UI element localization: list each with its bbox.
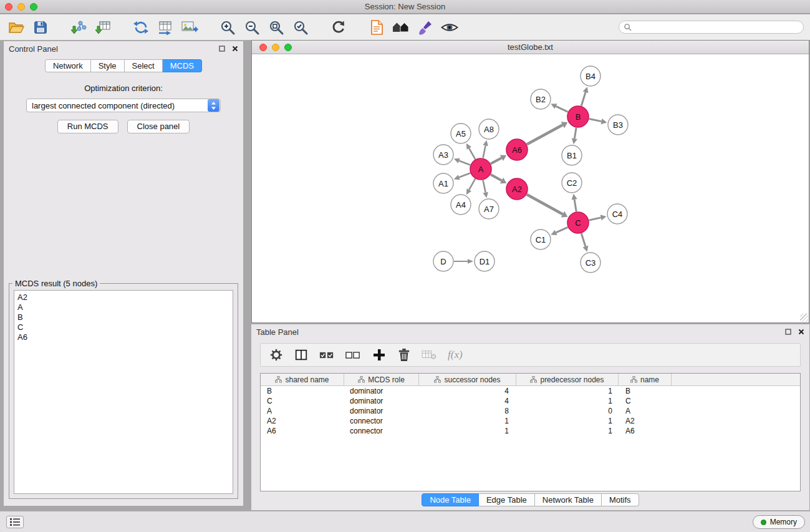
table-row[interactable]: A2connector11A2 — [261, 416, 800, 426]
table-row[interactable]: A6connector11A6 — [261, 426, 800, 436]
mcds-result-item[interactable]: A2 — [17, 293, 229, 302]
export-table-button[interactable] — [155, 17, 175, 38]
network-node[interactable]: B3 — [608, 115, 628, 135]
minimize-window-button[interactable] — [17, 3, 25, 11]
task-history-button[interactable] — [6, 516, 24, 528]
network-node[interactable]: B — [567, 106, 589, 127]
tab-motifs[interactable]: Motifs — [602, 493, 639, 506]
network-window-titlebar[interactable]: testGlobe.txt — [252, 41, 809, 54]
network-node[interactable]: C — [567, 212, 589, 233]
window-titlebar[interactable]: Session: New Session — [0, 0, 810, 14]
zoom-in-button[interactable] — [218, 17, 238, 38]
network-edge[interactable] — [454, 173, 470, 180]
network-node[interactable]: A7 — [479, 199, 499, 219]
network-edge[interactable] — [483, 180, 488, 198]
close-panel-action-button[interactable]: Close panel — [127, 120, 190, 133]
memory-button[interactable]: Memory — [753, 515, 805, 529]
network-node[interactable]: D — [433, 251, 453, 271]
network-node[interactable]: B4 — [581, 66, 600, 86]
network-node[interactable]: C3 — [581, 253, 600, 273]
close-window-button[interactable] — [5, 3, 12, 11]
tab-node-table[interactable]: Node Table — [422, 493, 479, 506]
network-edge[interactable] — [466, 179, 475, 195]
network-edge[interactable] — [589, 215, 607, 220]
export-image-button[interactable] — [180, 17, 200, 38]
function-builder-button[interactable]: f(x) — [448, 349, 463, 361]
network-edge[interactable] — [572, 128, 577, 144]
network-node[interactable]: A8 — [479, 119, 499, 139]
style-brush-button[interactable] — [415, 17, 435, 38]
refresh-button[interactable] — [329, 17, 349, 38]
column-header-shared-name[interactable]: shared name — [261, 374, 344, 385]
run-mcds-button[interactable]: Run MCDS — [57, 120, 118, 133]
network-edge[interactable] — [572, 194, 577, 211]
column-header-predecessor-nodes[interactable]: predecessor nodes — [516, 374, 619, 385]
network-window-maximize-button[interactable] — [284, 44, 292, 51]
import-network-button[interactable] — [69, 17, 89, 38]
column-header-successor-nodes[interactable]: successor nodes — [419, 374, 516, 385]
network-edge[interactable] — [454, 158, 470, 165]
network-edge[interactable] — [589, 118, 607, 124]
network-node[interactable]: A1 — [433, 173, 453, 193]
home-button[interactable] — [391, 17, 411, 38]
deselect-all-button[interactable] — [345, 351, 360, 360]
network-node[interactable]: C1 — [531, 230, 551, 249]
tab-network-table[interactable]: Network Table — [535, 493, 602, 506]
tab-style[interactable]: Style — [91, 59, 125, 72]
tab-mcds[interactable]: MCDS — [163, 59, 202, 72]
close-table-panel-button[interactable] — [798, 328, 805, 336]
search-input[interactable] — [634, 23, 799, 32]
network-node[interactable]: C4 — [607, 204, 627, 224]
optimization-select[interactable]: largest connected component (directed) — [26, 99, 221, 112]
network-edge[interactable] — [491, 175, 507, 184]
save-session-button[interactable] — [31, 17, 51, 38]
show-columns-button[interactable] — [294, 348, 308, 362]
network-edge[interactable] — [551, 104, 567, 112]
table-row[interactable]: Bdominator41B — [261, 386, 800, 396]
table-row[interactable]: Adominator80A — [261, 406, 800, 416]
tab-network[interactable]: Network — [45, 59, 91, 72]
table-row[interactable]: Cdominator41C — [261, 396, 800, 406]
window-resize-handle[interactable] — [800, 314, 808, 322]
open-session-button[interactable] — [6, 17, 26, 38]
select-all-button[interactable] — [319, 351, 334, 360]
network-window-minimize-button[interactable] — [272, 44, 279, 51]
network-edge[interactable] — [491, 155, 506, 163]
network-edge[interactable] — [551, 227, 567, 235]
column-header-mcds-role[interactable]: MCDS role — [344, 374, 419, 385]
network-edge[interactable] — [581, 87, 588, 106]
mcds-result-item[interactable]: B — [17, 312, 229, 322]
network-window-close-button[interactable] — [259, 44, 267, 51]
network-node[interactable]: B1 — [562, 145, 582, 165]
mcds-result-item[interactable]: A6 — [17, 332, 229, 342]
column-header-name[interactable]: name — [619, 374, 672, 385]
network-edge[interactable] — [454, 259, 473, 264]
network-edge[interactable] — [527, 195, 568, 218]
network-edge[interactable] — [466, 143, 475, 160]
mcds-result-list[interactable]: A2ABCA6 — [14, 290, 233, 494]
delete-rows-button[interactable] — [398, 348, 410, 362]
show-details-button[interactable] — [440, 17, 460, 38]
table-settings-button[interactable] — [269, 348, 283, 362]
close-panel-button[interactable] — [231, 45, 239, 52]
network-node[interactable]: B2 — [531, 89, 551, 109]
float-panel-button[interactable] — [218, 45, 226, 52]
tab-select[interactable]: Select — [125, 59, 163, 72]
maximize-window-button[interactable] — [30, 3, 37, 11]
network-node[interactable]: D1 — [475, 251, 494, 271]
network-node[interactable]: A5 — [451, 123, 471, 143]
network-edge[interactable] — [527, 122, 567, 144]
network-edge[interactable] — [483, 140, 488, 158]
network-node[interactable]: A3 — [433, 145, 453, 165]
add-row-button[interactable] — [372, 347, 387, 362]
delete-table-button[interactable] — [422, 349, 436, 360]
zoom-selected-button[interactable] — [291, 17, 311, 38]
import-table-button[interactable] — [93, 17, 113, 38]
export-network-button[interactable] — [131, 17, 151, 38]
tab-edge-table[interactable]: Edge Table — [479, 493, 535, 506]
mcds-result-item[interactable]: C — [17, 322, 229, 332]
network-node[interactable]: A4 — [451, 195, 471, 215]
network-node[interactable]: C2 — [562, 173, 582, 193]
open-document-button[interactable] — [367, 17, 387, 38]
mcds-result-item[interactable]: A — [17, 302, 229, 312]
